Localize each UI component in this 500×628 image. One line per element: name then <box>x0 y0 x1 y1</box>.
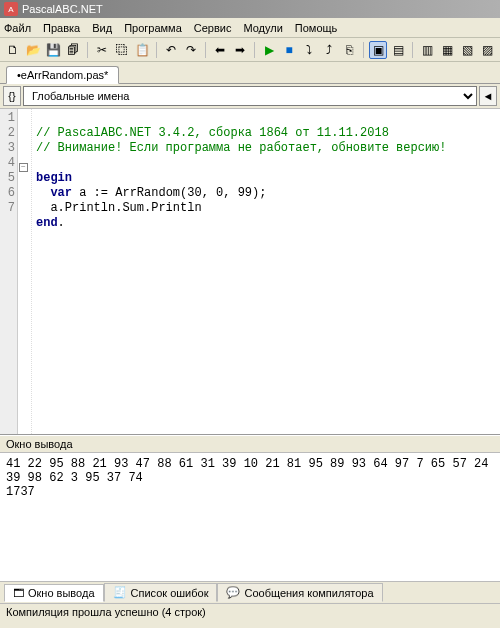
open-icon[interactable]: 📂 <box>24 41 42 59</box>
menu-program[interactable]: Программа <box>124 22 182 34</box>
separator <box>412 42 413 58</box>
output-panel-header: Окно вывода <box>0 435 500 453</box>
separator <box>363 42 364 58</box>
paste-icon[interactable]: 📋 <box>133 41 151 59</box>
step-into-icon[interactable]: ⤵ <box>300 41 318 59</box>
menu-service[interactable]: Сервис <box>194 22 232 34</box>
code-editor[interactable]: 1 2 3 4 5 6 7 − // PascalABC.NET 3.4.2, … <box>0 109 500 435</box>
copy-icon[interactable]: ⿻ <box>113 41 131 59</box>
menu-bar: Файл Правка Вид Программа Сервис Модули … <box>0 18 500 38</box>
nav-back-icon[interactable]: ⬅ <box>211 41 229 59</box>
nav-forward-icon[interactable]: ➡ <box>231 41 249 59</box>
separator <box>254 42 255 58</box>
stop-icon[interactable]: ■ <box>280 41 298 59</box>
separator <box>87 42 88 58</box>
code-keyword: var <box>50 186 72 200</box>
app-icon: A <box>4 2 18 16</box>
view-toggle-5-icon[interactable]: ▧ <box>458 41 476 59</box>
code-area[interactable]: // PascalABC.NET 3.4.2, сборка 1864 от 1… <box>32 109 500 434</box>
save-all-icon[interactable]: 🗐 <box>64 41 82 59</box>
nav-back-button[interactable]: ◄ <box>479 86 497 106</box>
tab-earrrandom[interactable]: •eArrRandom.pas* <box>6 66 119 84</box>
undo-icon[interactable]: ↶ <box>162 41 180 59</box>
compile-icon[interactable]: ⎘ <box>340 41 358 59</box>
menu-modules[interactable]: Модули <box>243 22 282 34</box>
tab-compiler-messages[interactable]: 💬 Сообщения компилятора <box>217 583 382 602</box>
redo-icon[interactable]: ↷ <box>182 41 200 59</box>
message-icon: 💬 <box>226 586 240 599</box>
list-icon: 🧾 <box>113 586 127 599</box>
code-keyword: end <box>36 216 58 230</box>
run-icon[interactable]: ▶ <box>260 41 278 59</box>
tab-error-list[interactable]: 🧾 Список ошибок <box>104 583 218 602</box>
scope-dropdown[interactable]: Глобальные имена <box>23 86 477 106</box>
code-comment: // Внимание! Если программа не работает,… <box>36 141 446 155</box>
menu-file[interactable]: Файл <box>4 22 31 34</box>
window-titlebar: A PascalABC.NET <box>0 0 500 18</box>
menu-view[interactable]: Вид <box>92 22 112 34</box>
new-icon[interactable]: 🗋 <box>4 41 22 59</box>
view-toggle-2-icon[interactable]: ▤ <box>389 41 407 59</box>
view-toggle-1-icon[interactable]: ▣ <box>369 41 387 59</box>
tab-label: Список ошибок <box>131 587 209 599</box>
window-icon: 🗔 <box>13 587 24 599</box>
step-over-icon[interactable]: ⤴ <box>320 41 338 59</box>
tab-label: Окно вывода <box>28 587 95 599</box>
code-comment: // PascalABC.NET 3.4.2, сборка 1864 от 1… <box>36 126 389 140</box>
separator <box>156 42 157 58</box>
menu-edit[interactable]: Правка <box>43 22 80 34</box>
view-toggle-6-icon[interactable]: ▨ <box>478 41 496 59</box>
line-number-gutter: 1 2 3 4 5 6 7 <box>0 109 18 434</box>
separator <box>205 42 206 58</box>
navigation-bar: {} Глобальные имена ◄ <box>0 84 500 109</box>
bottom-tabbar: 🗔 Окно вывода 🧾 Список ошибок 💬 Сообщени… <box>0 581 500 603</box>
menu-help[interactable]: Помощь <box>295 22 338 34</box>
code-keyword: begin <box>36 171 72 185</box>
fold-toggle-icon[interactable]: − <box>19 163 28 172</box>
toolbar: 🗋 📂 💾 🗐 ✂ ⿻ 📋 ↶ ↷ ⬅ ➡ ▶ ■ ⤵ ⤴ ⎘ ▣ ▤ ▥ ▦ … <box>0 38 500 62</box>
view-toggle-3-icon[interactable]: ▥ <box>418 41 436 59</box>
cut-icon[interactable]: ✂ <box>93 41 111 59</box>
save-icon[interactable]: 💾 <box>44 41 62 59</box>
tab-output-window[interactable]: 🗔 Окно вывода <box>4 584 104 602</box>
fold-column: − <box>18 109 32 434</box>
tab-label: Сообщения компилятора <box>244 587 373 599</box>
output-panel-body[interactable]: 41 22 95 88 21 93 47 88 61 31 39 10 21 8… <box>0 453 500 581</box>
window-title: PascalABC.NET <box>22 3 103 15</box>
view-toggle-4-icon[interactable]: ▦ <box>438 41 456 59</box>
document-tabbar: •eArrRandom.pas* <box>0 62 500 84</box>
status-bar: Компиляция прошла успешно (4 строк) <box>0 603 500 621</box>
globals-button[interactable]: {} <box>3 86 21 106</box>
